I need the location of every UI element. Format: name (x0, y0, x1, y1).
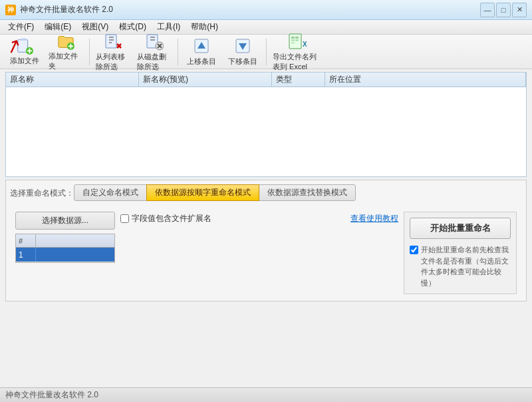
rename-mode-section: 选择重命名模式： 自定义命名模式 依数据源按顺字重命名模式 依数据源查找替换模式… (5, 180, 527, 302)
start-rename-button[interactable]: 开始批量重命名 (410, 218, 511, 239)
maximize-button[interactable]: □ (496, 3, 511, 17)
start-rename-panel: 开始批量重命名 开始批里重命名前先检查我文件名是否有重（勾选后文件太多时检查可能… (404, 212, 517, 294)
delete-selected-label: 从磁盘删除所选 (137, 52, 172, 72)
bottom-controls: 选择数据源... # 1 字段值包含文件扩展名 查看使用教程 (15, 212, 517, 294)
mode-tabs: 自定义命名模式 依数据源按顺字重命名模式 依数据源查找替换模式 (74, 184, 356, 201)
rename-note-row: 开始批里重命名前先检查我文件名是否有重（勾选后文件太多时检查可能会比较慢） (410, 244, 511, 288)
data-cell-hash-1: 1 (16, 248, 36, 262)
move-down-button[interactable]: 下移条目 (223, 37, 262, 67)
menu-area: 文件(F) 编辑(E) 视图(V) 模式(D) 工具(I) 帮助(H) 🏷 购买… (0, 20, 532, 35)
menu-help[interactable]: 帮助(H) (186, 20, 223, 34)
toolbar-separator-1 (89, 39, 90, 65)
svg-rect-28 (295, 39, 299, 41)
select-datasource-button[interactable]: 选择数据源... (15, 212, 115, 230)
add-folder-button[interactable]: 添加文件夹 (47, 37, 85, 67)
svg-rect-29 (291, 42, 295, 44)
add-file-label: 添加文件 (10, 56, 39, 66)
export-excel-button[interactable]: X 导出文件名列表到 Excel (271, 37, 324, 67)
toolbar: ↙ 添加文件 添加文件夹 (0, 35, 532, 69)
minimize-button[interactable]: — (480, 3, 495, 17)
move-up-button[interactable]: 上移条目 (182, 37, 221, 67)
add-file-button[interactable]: 添加文件 (5, 37, 44, 67)
field-extension-label: 字段值包含文件扩展名 (132, 213, 211, 224)
data-row-1[interactable]: 1 (16, 248, 114, 262)
data-table: # 1 (15, 234, 115, 263)
data-col-value (36, 234, 114, 247)
add-folder-icon (57, 33, 75, 50)
export-excel-label: 导出文件名列表到 Excel (273, 52, 322, 72)
tab-custom[interactable]: 自定义命名模式 (74, 184, 147, 201)
col-location: 所在位置 (325, 73, 526, 87)
data-cell-value-1 (36, 248, 114, 262)
tab-datasource-order[interactable]: 依数据源按顺字重命名模式 (146, 184, 259, 201)
move-down-label: 下移条目 (228, 57, 257, 67)
svg-rect-8 (106, 35, 116, 48)
check-duplicate-checkbox[interactable] (410, 246, 418, 254)
move-down-icon (233, 37, 252, 55)
data-source-panel: 选择数据源... # 1 (15, 212, 115, 263)
app-icon: 神 (5, 5, 16, 15)
add-folder-label: 添加文件夹 (49, 51, 83, 71)
status-text: 神奇文件批量改名软件 2.0 (5, 389, 98, 401)
title-controls: — □ ✕ (480, 3, 527, 17)
svg-rect-26 (295, 37, 299, 39)
field-extension-checkbox-label[interactable]: 字段值包含文件扩展名 (120, 213, 211, 224)
svg-rect-27 (291, 39, 295, 41)
menu-bar: 文件(F) 编辑(E) 视图(V) 模式(D) 工具(I) 帮助(H) (0, 20, 532, 35)
file-table-header: 原名称 新名称(预览) 类型 所在位置 (6, 73, 526, 87)
remove-selected-icon (104, 32, 122, 51)
svg-rect-1 (21, 39, 27, 41)
file-table-area: 原名称 新名称(预览) 类型 所在位置 (5, 72, 527, 177)
svg-rect-25 (291, 37, 295, 39)
remove-selected-label: 从列表移除所选 (96, 52, 130, 72)
file-table-body (6, 87, 526, 176)
close-button[interactable]: ✕ (512, 3, 527, 17)
toolbar-separator-3 (266, 39, 267, 65)
title-text: 神奇文件批量改名软件 2.0 (20, 4, 113, 15)
delete-selected-button[interactable]: 从磁盘删除所选 (135, 37, 174, 67)
rename-note: 开始批里重命名前先检查我文件名是否有重（勾选后文件太多时检查可能会比较慢） (421, 244, 511, 288)
export-excel-icon: X (288, 32, 307, 51)
tab-datasource-search[interactable]: 依数据源查找替换模式 (259, 184, 356, 201)
options-panel: 字段值包含文件扩展名 查看使用教程 (120, 212, 398, 224)
tutorial-link[interactable]: 查看使用教程 (350, 213, 398, 224)
col-new-name: 新名称(预览) (139, 73, 272, 87)
menu-file[interactable]: 文件(F) (3, 20, 39, 34)
title-bar: 神 神奇文件批量改名软件 2.0 — □ ✕ (0, 0, 532, 20)
remove-selected-button[interactable]: 从列表移除所选 (94, 37, 132, 67)
col-original-name: 原名称 (6, 73, 139, 87)
svg-text:X: X (303, 41, 307, 48)
add-file-icon (15, 37, 34, 55)
data-col-hash: # (16, 234, 36, 247)
delete-selected-icon (145, 32, 164, 51)
title-bar-left: 神 神奇文件批量改名软件 2.0 (5, 4, 113, 15)
move-up-icon (192, 37, 211, 55)
field-extension-checkbox[interactable] (120, 214, 129, 223)
status-bar: 神奇文件批量改名软件 2.0 (0, 387, 532, 402)
move-up-label: 上移条目 (187, 57, 216, 67)
options-row-1: 字段值包含文件扩展名 查看使用教程 (120, 213, 398, 224)
mode-section-label: 选择重命名模式： (10, 188, 74, 199)
data-table-header: # (16, 234, 114, 248)
col-type: 类型 (272, 73, 325, 87)
toolbar-separator-2 (178, 39, 178, 65)
